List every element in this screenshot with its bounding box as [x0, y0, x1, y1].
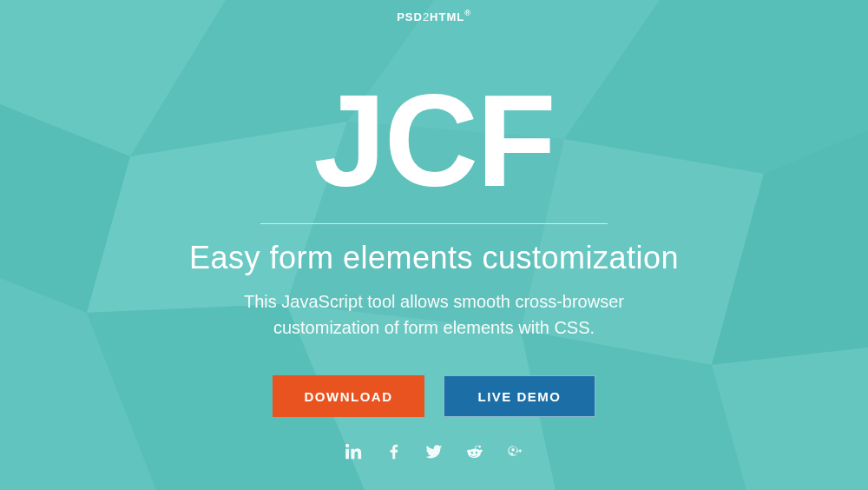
- cta-row: DOWNLOAD LIVE DEMO: [273, 375, 595, 417]
- twitter-icon[interactable]: [425, 443, 443, 460]
- brand-registered: ®: [464, 9, 471, 17]
- download-button[interactable]: DOWNLOAD: [273, 375, 424, 417]
- sub-description: This JavaScript tool allows smooth cross…: [244, 288, 624, 341]
- sub-line-1: This JavaScript tool allows smooth cross…: [244, 288, 624, 315]
- googleplus-icon[interactable]: [505, 443, 523, 460]
- product-logo: JCF: [313, 76, 554, 206]
- facebook-icon[interactable]: [385, 443, 403, 460]
- sub-line-2: customization of form elements with CSS.: [244, 315, 624, 341]
- brand-part1: PSD: [397, 10, 423, 23]
- reddit-icon[interactable]: [465, 443, 483, 460]
- brand-logo[interactable]: PSD2HTML®: [397, 10, 471, 23]
- social-row: [345, 443, 523, 460]
- divider: [260, 223, 608, 224]
- live-demo-button[interactable]: LIVE DEMO: [444, 375, 595, 417]
- linkedin-icon[interactable]: [345, 443, 363, 460]
- brand-part3: HTML: [430, 10, 464, 23]
- headline: Easy form elements customization: [189, 240, 679, 276]
- brand-part2: 2: [423, 10, 430, 23]
- hero-section: PSD2HTML® JCF Easy form elements customi…: [0, 0, 868, 490]
